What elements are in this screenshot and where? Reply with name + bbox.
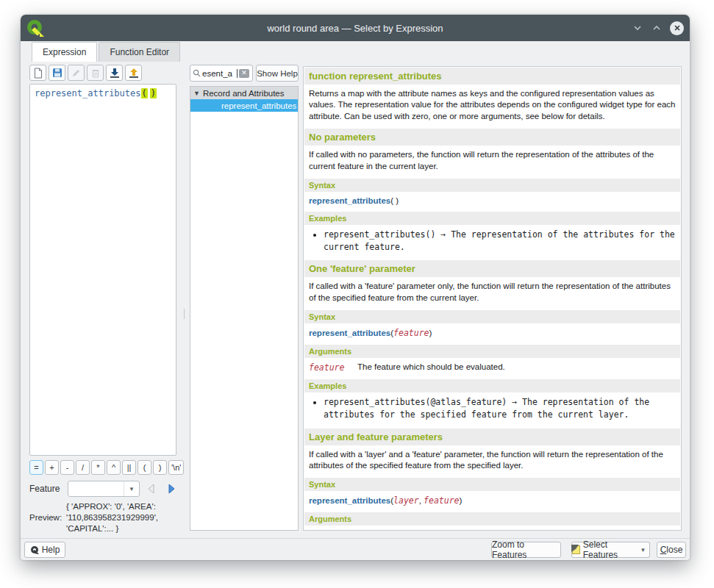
combobox-dropdown-icon: ▼ bbox=[124, 481, 139, 496]
close-x-icon bbox=[674, 24, 681, 32]
export-expressions-button[interactable] bbox=[125, 65, 142, 81]
select-features-button[interactable]: Select Features bbox=[571, 542, 638, 558]
tree-item-label: represent_attributes bbox=[221, 101, 296, 110]
arrow-glyph: → bbox=[440, 229, 446, 240]
help-description: Returns a map with the attribute names a… bbox=[309, 88, 676, 122]
argument-desc: The layer (or its ID or name). bbox=[357, 530, 676, 531]
syntax-label: Syntax bbox=[304, 179, 680, 192]
argument-desc: The feature which should be evaluated. bbox=[357, 362, 676, 373]
arguments-table: layer The layer (or its ID or name). fea… bbox=[309, 530, 676, 531]
examples-label: Examples bbox=[304, 379, 680, 392]
section-text: If called with no parameters, the functi… bbox=[309, 149, 676, 172]
close-window-button[interactable] bbox=[670, 21, 684, 35]
arguments-label: Arguments bbox=[304, 345, 680, 358]
zoom-to-features-button[interactable]: Zoom to Features bbox=[491, 542, 561, 558]
operator-button[interactable]: - bbox=[60, 460, 74, 475]
tree-item-represent-attributes[interactable]: represent_attributes bbox=[190, 99, 298, 112]
next-feature-button[interactable] bbox=[163, 481, 179, 497]
operator-button[interactable]: = bbox=[29, 460, 43, 475]
operator-buttons: = + - / * ^ || ( ) '\n' bbox=[29, 460, 184, 475]
expression-editor[interactable]: represent_attributes() bbox=[29, 84, 176, 456]
operator-button[interactable]: ^ bbox=[107, 460, 121, 475]
syntax-label: Syntax bbox=[304, 310, 680, 323]
select-by-expression-dialog: world round area — Select by Expression … bbox=[21, 15, 690, 560]
expression-close-paren: ) bbox=[150, 88, 157, 98]
trash-icon bbox=[91, 68, 100, 78]
new-file-icon bbox=[33, 68, 43, 79]
section-heading: One 'feature' parameter bbox=[304, 260, 680, 277]
preview-row: Preview: { 'APPROX': '0', 'AREA': '110,8… bbox=[29, 501, 185, 534]
tree-group-label: Record and Attributes bbox=[203, 89, 285, 98]
splitter-right[interactable] bbox=[298, 62, 303, 538]
close-button[interactable]: Close bbox=[657, 542, 686, 558]
operator-button[interactable]: / bbox=[76, 460, 90, 475]
export-arrow-up-icon bbox=[129, 68, 139, 78]
argument-name: layer bbox=[309, 530, 357, 531]
previous-feature-button bbox=[143, 481, 160, 497]
arguments-table: feature The feature which should be eval… bbox=[309, 362, 676, 373]
examples-list: represent_attributes(@atlas_feature) → T… bbox=[304, 396, 681, 420]
show-help-button[interactable]: Show Help bbox=[256, 65, 299, 82]
arrow-glyph: → bbox=[512, 397, 517, 407]
feature-row: Feature ▼ bbox=[29, 481, 179, 497]
operator-button[interactable]: || bbox=[122, 460, 136, 475]
syntax-label: Syntax bbox=[304, 478, 680, 491]
search-icon bbox=[193, 69, 201, 77]
operator-button[interactable]: + bbox=[45, 460, 59, 475]
function-search-box[interactable]: ✕ bbox=[190, 65, 253, 82]
clear-search-icon[interactable]: ✕ bbox=[239, 69, 249, 78]
delete-expression-button bbox=[87, 65, 104, 81]
feature-label: Feature bbox=[29, 484, 68, 494]
section-heading: No parameters bbox=[304, 129, 680, 146]
preview-value: { 'APPROX': '0', 'AREA': '110,8639582319… bbox=[66, 501, 182, 534]
operator-button[interactable]: * bbox=[91, 460, 105, 475]
section-text: If called with a 'layer' and a 'feature'… bbox=[309, 449, 676, 472]
operator-button[interactable]: ( bbox=[138, 460, 151, 475]
argument-name: feature bbox=[309, 362, 357, 373]
help-title: function represent_attributes bbox=[304, 68, 680, 85]
chevron-down-icon[interactable] bbox=[632, 22, 643, 34]
window-title: world round area — Select by Expression bbox=[21, 23, 690, 34]
import-expressions-button[interactable] bbox=[106, 65, 123, 81]
splitter-left[interactable] bbox=[179, 62, 188, 538]
pencil-icon bbox=[71, 68, 81, 78]
feature-combobox[interactable]: ▼ bbox=[68, 481, 140, 497]
import-arrow-down-icon bbox=[110, 68, 120, 78]
arrow-right-icon bbox=[165, 483, 177, 495]
function-tree[interactable]: ▼ Record and Attributes represent_attrib… bbox=[190, 86, 299, 531]
expander-caret-icon[interactable]: ▼ bbox=[193, 90, 200, 97]
expression-open-paren: ( bbox=[141, 88, 148, 98]
operator-button[interactable]: ) bbox=[153, 460, 167, 475]
save-expression-button[interactable] bbox=[49, 65, 65, 81]
example-item: represent_attributes(@atlas_feature) → T… bbox=[324, 396, 676, 420]
select-features-dropdown-button[interactable]: ▼ bbox=[637, 542, 650, 558]
title-bar[interactable]: world round area — Select by Expression bbox=[21, 15, 690, 41]
section-text: If called with a 'feature' parameter onl… bbox=[309, 281, 676, 304]
examples-list: represent_attributes() → The representat… bbox=[304, 229, 681, 253]
syntax-line: represent_attributes(feature) bbox=[309, 328, 676, 338]
new-expression-button[interactable] bbox=[29, 65, 46, 81]
dialog-content: represent_attributes() = + - / * ^ || ( … bbox=[21, 62, 690, 538]
example-item: represent_attributes() → The representat… bbox=[324, 229, 676, 253]
tree-group-record-and-attributes[interactable]: ▼ Record and Attributes bbox=[190, 87, 298, 99]
chevron-up-icon[interactable] bbox=[651, 22, 663, 34]
tab-function-editor[interactable]: Function Editor bbox=[99, 42, 180, 62]
tab-bar: Expression Function Editor bbox=[21, 41, 690, 62]
button-bar: Help Zoom to Features Select Features ▼ … bbox=[21, 538, 690, 560]
examples-label: Examples bbox=[304, 212, 680, 225]
arrow-left-icon bbox=[146, 483, 157, 495]
section-heading: Layer and feature parameters bbox=[304, 429, 680, 445]
select-features-icon bbox=[572, 545, 580, 554]
arguments-label: Arguments bbox=[304, 512, 680, 526]
save-floppy-icon bbox=[52, 68, 63, 78]
help-button[interactable]: Help bbox=[24, 542, 65, 558]
preview-label: Preview: bbox=[29, 513, 66, 522]
tab-expression[interactable]: Expression bbox=[32, 42, 97, 62]
syntax-line: represent_attributes(layer, feature) bbox=[309, 495, 676, 506]
search-input[interactable] bbox=[202, 69, 238, 78]
syntax-line: represent_attributes( ) bbox=[309, 196, 676, 205]
expression-toolbar bbox=[29, 65, 142, 81]
function-help-panel[interactable]: function represent_attributes Returns a … bbox=[303, 66, 682, 531]
expression-function-name: represent_attributes bbox=[35, 88, 141, 98]
edit-expression-button bbox=[68, 65, 85, 81]
